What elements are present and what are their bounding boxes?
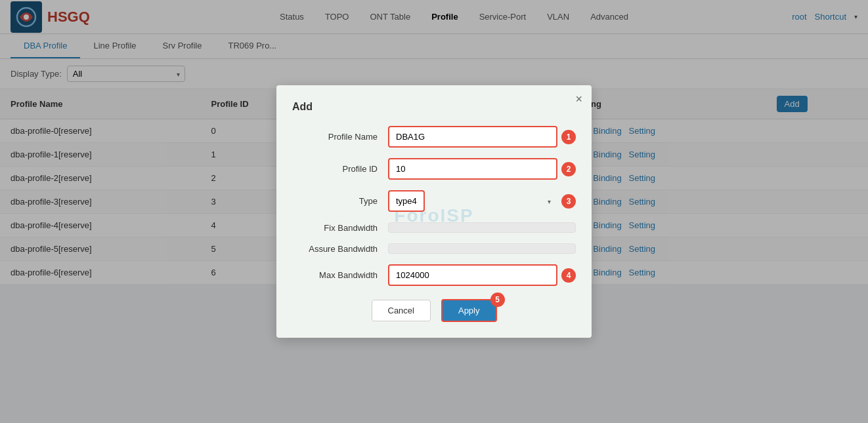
assure-bandwidth-input bbox=[388, 243, 576, 254]
profile-id-label: Profile ID bbox=[292, 164, 378, 174]
max-bandwidth-label: Max Bandwidth bbox=[292, 270, 378, 280]
type-label: Type bbox=[292, 196, 378, 206]
max-bandwidth-input[interactable] bbox=[388, 264, 557, 285]
form-row-max-bandwidth: Max Bandwidth 4 bbox=[292, 264, 576, 285]
fix-bandwidth-label: Fix Bandwidth bbox=[292, 223, 378, 233]
form-row-profile-name: Profile Name 1 bbox=[292, 126, 576, 148]
profile-name-label: Profile Name bbox=[292, 132, 378, 142]
step-4-badge: 4 bbox=[561, 268, 576, 283]
modal-title: Add bbox=[292, 101, 576, 113]
assure-bandwidth-label: Assure Bandwidth bbox=[292, 244, 378, 254]
modal-add: Add × ForoISP Profile Name 1 Profile ID … bbox=[276, 85, 592, 285]
type-select[interactable]: type1 type2 type3 type4 type5 bbox=[388, 190, 425, 212]
profile-name-input[interactable] bbox=[388, 126, 557, 148]
step-2-badge: 2 bbox=[561, 162, 576, 176]
profile-id-input[interactable] bbox=[388, 158, 557, 180]
form-row-assure-bandwidth: Assure Bandwidth bbox=[292, 243, 576, 254]
fix-bandwidth-input bbox=[388, 222, 576, 233]
step-1-badge: 1 bbox=[561, 130, 576, 144]
modal-overlay: Add × ForoISP Profile Name 1 Profile ID … bbox=[0, 0, 868, 285]
modal-close-button[interactable]: × bbox=[575, 93, 582, 105]
type-select-wrapper: type1 type2 type3 type4 type5 ▾ bbox=[388, 190, 557, 212]
form-row-fix-bandwidth: Fix Bandwidth bbox=[292, 222, 576, 233]
chevron-down-icon: ▾ bbox=[548, 197, 551, 205]
form-row-profile-id: Profile ID 2 bbox=[292, 158, 576, 180]
step-3-badge: 3 bbox=[561, 194, 576, 209]
form-row-type: Type type1 type2 type3 type4 type5 ▾ 3 bbox=[292, 190, 576, 212]
